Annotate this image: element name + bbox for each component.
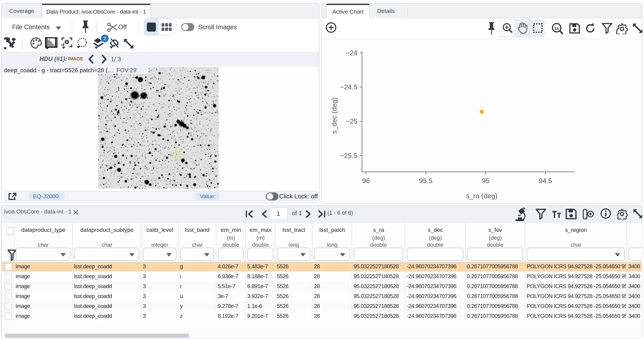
svg-text:−24.5: −24.5 (340, 83, 358, 91)
svg-text:−25: −25 (346, 118, 358, 125)
svg-text:95.5: 95.5 (419, 177, 432, 184)
svg-text:95: 95 (482, 177, 490, 184)
svg-text:1x: 1x (554, 26, 559, 31)
svg-text:s_ra (deg): s_ra (deg) (466, 192, 498, 200)
svg-text:−25.5: −25.5 (340, 152, 358, 160)
svg-text:−24: −24 (346, 49, 358, 57)
svg-text:96: 96 (362, 177, 370, 184)
svg-text:s_dec (deg): s_dec (deg) (330, 98, 338, 134)
svg-text:94.5: 94.5 (539, 177, 552, 184)
